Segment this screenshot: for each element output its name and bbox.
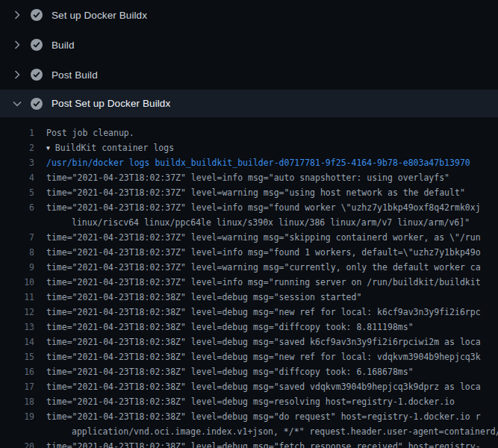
log-line[interactable]: 5 time="2021-04-23T18:02:37Z" level=warn… (0, 185, 498, 200)
log-line-text: /usr/bin/docker logs buildx_buildkit_bui… (34, 155, 470, 170)
log-line-text: application/vnd.oci.image.index.v1+json,… (34, 424, 498, 439)
log-line[interactable]: 12 time="2021-04-23T18:02:38Z" level=deb… (0, 305, 498, 320)
log-line-number: 10 (0, 275, 34, 290)
log-line[interactable]: 13 time="2021-04-23T18:02:38Z" level=deb… (0, 320, 498, 335)
step-label: Post Build (52, 69, 98, 81)
log-line[interactable]: application/vnd.oci.image.index.v1+json,… (0, 424, 498, 439)
log-line-number: 13 (0, 320, 34, 335)
log-line-number: 3 (0, 155, 34, 170)
log-line-number: 15 (0, 349, 34, 364)
step-header[interactable]: Post Set up Docker Buildx (0, 90, 498, 117)
log-line[interactable]: 15 time="2021-04-23T18:02:38Z" level=deb… (0, 349, 498, 364)
log-line-number: 14 (0, 335, 34, 349)
log-line[interactable]: 9 time="2021-04-23T18:02:37Z" level=warn… (0, 260, 498, 275)
chevron-down-icon[interactable] (11, 98, 23, 110)
log-line-number: 9 (0, 260, 34, 275)
log-line-text: time="2021-04-23T18:02:38Z" level=debug … (34, 320, 414, 335)
log-line[interactable]: 18 time="2021-04-23T18:02:38Z" level=deb… (0, 394, 498, 409)
log-line-number: 5 (0, 185, 34, 200)
log-line[interactable]: 1 Post job cleanup. (0, 125, 498, 140)
log-line[interactable]: 16 time="2021-04-23T18:02:38Z" level=deb… (0, 364, 498, 379)
log-line-text: linux/riscv64 linux/ppc64le linux/s390x … (34, 215, 470, 230)
log-line-text: time="2021-04-23T18:02:37Z" level=warnin… (34, 260, 481, 275)
chevron-right-icon[interactable] (11, 39, 23, 51)
group-collapse-triangle-icon[interactable]: ▼ (46, 141, 50, 155)
check-circle-icon (31, 98, 43, 110)
check-circle-icon (31, 39, 43, 51)
step-header[interactable]: Post Build (0, 60, 498, 90)
log-line[interactable]: 11 time="2021-04-23T18:02:38Z" level=deb… (0, 290, 498, 305)
log-line[interactable]: 17 time="2021-04-23T18:02:38Z" level=deb… (0, 379, 498, 394)
log-line-text: time="2021-04-23T18:02:37Z" level=info m… (34, 170, 449, 185)
log-line[interactable]: 19 time="2021-04-23T18:02:38Z" level=deb… (0, 409, 498, 424)
log-line[interactable]: 4 time="2021-04-23T18:02:37Z" level=info… (0, 170, 498, 185)
chevron-right-icon[interactable] (11, 69, 23, 81)
log-line-number: 18 (0, 394, 34, 409)
log-line[interactable]: 10 time="2021-04-23T18:02:37Z" level=inf… (0, 275, 498, 290)
log-line-text: ▼BuildKit container logs (34, 140, 174, 155)
log-line-text: time="2021-04-23T18:02:38Z" level=debug … (34, 439, 481, 448)
log-line-text: time="2021-04-23T18:02:37Z" level=info m… (34, 275, 481, 290)
check-circle-icon (31, 9, 43, 21)
log-line-text: time="2021-04-23T18:02:38Z" level=debug … (34, 409, 481, 424)
log-line-text: time="2021-04-23T18:02:38Z" level=debug … (34, 364, 414, 379)
log-viewer: 1 Post job cleanup. 2 ▼BuildKit containe… (0, 117, 498, 448)
log-line-text: time="2021-04-23T18:02:37Z" level=warnin… (34, 230, 481, 245)
log-line[interactable]: 6 time="2021-04-23T18:02:37Z" level=info… (0, 200, 498, 215)
log-line-text: time="2021-04-23T18:02:38Z" level=debug … (34, 335, 481, 349)
log-line-number (0, 424, 34, 439)
log-line[interactable]: 20 time="2021-04-23T18:02:38Z" level=deb… (0, 439, 498, 448)
actions-log-panel: Set up Docker Buildx Build P (0, 0, 498, 448)
log-line-number: 20 (0, 439, 34, 448)
step-label: Post Set up Docker Buildx (52, 98, 170, 109)
log-line-text: time="2021-04-23T18:02:38Z" level=debug … (34, 379, 481, 394)
log-line[interactable]: 3 /usr/bin/docker logs buildx_buildkit_b… (0, 155, 498, 170)
log-line-text: time="2021-04-23T18:02:38Z" level=debug … (34, 394, 455, 409)
step-header[interactable]: Build (0, 30, 498, 60)
log-line-number: 2 (0, 140, 34, 155)
log-line-text: time="2021-04-23T18:02:37Z" level=warnin… (34, 185, 465, 200)
log-line-number: 6 (0, 200, 34, 215)
log-line-number: 19 (0, 409, 34, 424)
chevron-right-icon[interactable] (11, 9, 23, 21)
log-line-text: Post job cleanup. (34, 125, 134, 140)
check-circle-icon (31, 69, 43, 81)
log-line-text: time="2021-04-23T18:02:38Z" level=debug … (34, 290, 361, 305)
log-line-number: 7 (0, 230, 34, 245)
log-line-number: 8 (0, 245, 34, 260)
log-line-number: 4 (0, 170, 34, 185)
log-line-number: 12 (0, 305, 34, 320)
log-line-number (0, 215, 34, 230)
log-line-number: 11 (0, 290, 34, 305)
log-line-text: time="2021-04-23T18:02:37Z" level=info m… (34, 245, 481, 260)
log-line[interactable]: 2 ▼BuildKit container logs (0, 140, 498, 155)
steps-list: Set up Docker Buildx Build P (0, 0, 498, 117)
log-line[interactable]: 14 time="2021-04-23T18:02:38Z" level=deb… (0, 335, 498, 349)
log-line-number: 1 (0, 125, 34, 140)
step-header[interactable]: Set up Docker Buildx (0, 0, 498, 30)
log-line[interactable]: 8 time="2021-04-23T18:02:37Z" level=info… (0, 245, 498, 260)
log-line-number: 17 (0, 379, 34, 394)
log-line-text: time="2021-04-23T18:02:37Z" level=info m… (34, 200, 481, 215)
log-line-number: 16 (0, 364, 34, 379)
log-line[interactable]: 7 time="2021-04-23T18:02:37Z" level=warn… (0, 230, 498, 245)
step-label: Build (52, 40, 75, 51)
log-line[interactable]: linux/riscv64 linux/ppc64le linux/s390x … (0, 215, 498, 230)
log-line-text: time="2021-04-23T18:02:38Z" level=debug … (34, 305, 481, 320)
step-label: Set up Docker Buildx (52, 10, 147, 21)
log-line-text: time="2021-04-23T18:02:38Z" level=debug … (34, 349, 481, 364)
